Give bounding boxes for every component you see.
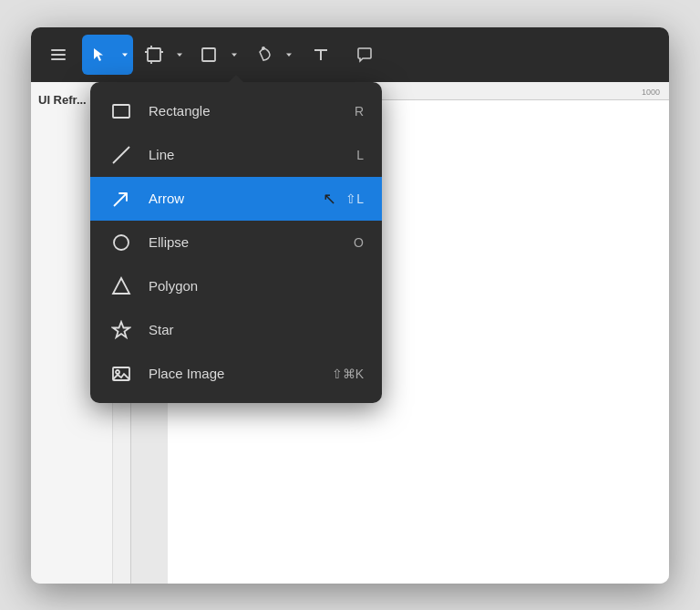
svg-rect-10 bbox=[113, 105, 129, 118]
rectangle-shortcut: R bbox=[355, 104, 364, 119]
line-label: Line bbox=[149, 147, 342, 162]
shape-tool-dropdown[interactable] bbox=[226, 35, 242, 75]
star-label: Star bbox=[149, 322, 349, 337]
line-shortcut: L bbox=[356, 148, 364, 162]
menu-item-line[interactable]: Line L bbox=[90, 133, 382, 177]
svg-rect-0 bbox=[51, 49, 66, 51]
select-tool-dropdown[interactable] bbox=[117, 35, 133, 75]
ellipse-icon bbox=[108, 230, 134, 255]
shape-tool-group bbox=[191, 35, 242, 75]
star-icon bbox=[108, 317, 134, 343]
arrow-label: Arrow bbox=[149, 191, 331, 206]
select-tool-group bbox=[82, 35, 133, 75]
app-window: Rectangle R Line L Arrow ⇧L bbox=[31, 27, 669, 584]
menu-item-polygon[interactable]: Polygon bbox=[90, 264, 382, 308]
shape-tool-button[interactable] bbox=[191, 35, 226, 75]
frame-tool-dropdown[interactable] bbox=[171, 35, 188, 75]
polygon-icon bbox=[108, 274, 134, 299]
menu-button[interactable] bbox=[38, 35, 78, 75]
svg-line-11 bbox=[113, 147, 129, 163]
svg-rect-3 bbox=[148, 48, 160, 61]
ellipse-label: Ellipse bbox=[149, 234, 339, 250]
place-image-shortcut: ⇧⌘K bbox=[332, 367, 364, 381]
place-image-icon bbox=[108, 361, 134, 387]
pen-tool-dropdown[interactable] bbox=[281, 35, 297, 75]
svg-point-9 bbox=[262, 47, 264, 48]
rectangle-icon bbox=[108, 98, 134, 124]
text-tool-button[interactable] bbox=[301, 35, 341, 75]
toolbar bbox=[31, 27, 669, 82]
arrow-shortcut: ⇧L bbox=[345, 191, 364, 206]
menu-item-ellipse[interactable]: Ellipse O bbox=[90, 221, 382, 264]
line-icon bbox=[108, 142, 134, 168]
svg-point-17 bbox=[116, 370, 119, 374]
menu-item-rectangle[interactable]: Rectangle R bbox=[90, 89, 382, 133]
frame-tool-group bbox=[137, 35, 188, 75]
rectangle-label: Rectangle bbox=[149, 103, 340, 119]
svg-rect-2 bbox=[51, 58, 66, 60]
svg-rect-8 bbox=[202, 48, 215, 61]
project-name: UI Refr... bbox=[38, 93, 87, 107]
svg-marker-15 bbox=[113, 322, 129, 337]
ellipse-shortcut: O bbox=[354, 235, 364, 250]
svg-line-12 bbox=[114, 193, 127, 206]
svg-rect-1 bbox=[51, 54, 66, 56]
menu-item-arrow[interactable]: Arrow ⇧L ↖ bbox=[90, 177, 382, 221]
frame-tool-button[interactable] bbox=[137, 35, 171, 75]
svg-point-13 bbox=[114, 235, 129, 250]
svg-marker-14 bbox=[113, 278, 129, 294]
pen-tool-button[interactable] bbox=[246, 35, 281, 75]
menu-item-star[interactable]: Star bbox=[90, 308, 382, 352]
place-image-label: Place Image bbox=[149, 366, 317, 381]
ruler-mark-1000: 1000 bbox=[642, 88, 660, 97]
shape-dropdown-menu: Rectangle R Line L Arrow ⇧L bbox=[90, 82, 382, 403]
pen-tool-group bbox=[246, 35, 297, 75]
arrow-icon bbox=[108, 186, 134, 212]
comment-tool-button[interactable] bbox=[345, 35, 385, 75]
menu-item-place-image[interactable]: Place Image ⇧⌘K bbox=[90, 352, 382, 396]
select-tool-button[interactable] bbox=[82, 35, 117, 75]
polygon-label: Polygon bbox=[149, 278, 349, 294]
